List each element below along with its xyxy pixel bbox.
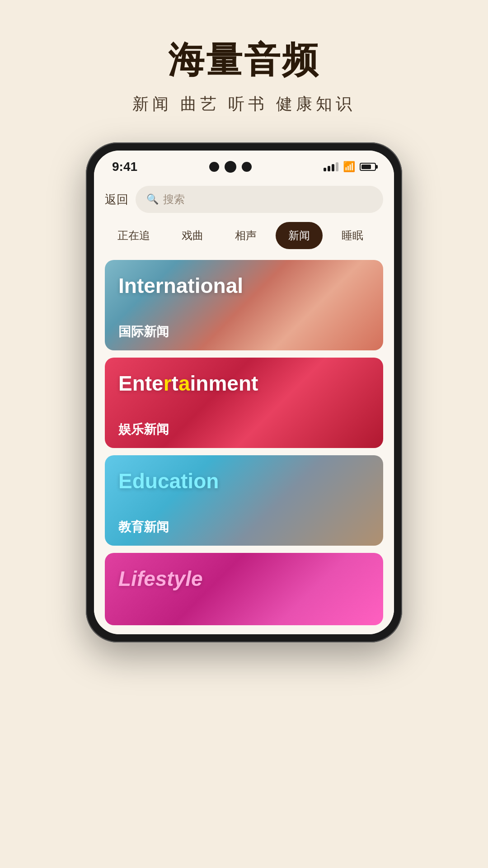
- phone-screen: 9:41 📶: [94, 151, 394, 634]
- wifi-icon: 📶: [343, 161, 355, 173]
- tab-sleep[interactable]: 睡眠: [329, 222, 376, 249]
- nav-bar: 返回 🔍 搜索: [105, 186, 383, 213]
- tab-following[interactable]: 正在追: [105, 222, 163, 249]
- category-tabs: 正在追 戏曲 相声 新闻 睡眠: [105, 222, 383, 249]
- signal-icon: [324, 162, 338, 171]
- camera-dot-center: [225, 161, 236, 173]
- status-notch: [209, 161, 252, 173]
- page-title: 海量音频: [132, 36, 356, 85]
- page-header: 海量音频 新闻 曲艺 听书 健康知识: [132, 36, 356, 115]
- battery-fill: [361, 165, 371, 169]
- card-entertainment-title-en: Entertainment: [118, 371, 258, 396]
- card-entertainment[interactable]: Entertainment 娱乐新闻: [105, 358, 383, 448]
- status-icons: 📶: [324, 161, 376, 173]
- phone-mockup: 9:41 📶: [86, 142, 402, 642]
- app-content: 返回 🔍 搜索 正在追 戏曲 相声 新闻 睡眠 International: [94, 179, 394, 634]
- tab-news[interactable]: 新闻: [276, 222, 323, 249]
- card-international-title-en: International: [118, 274, 243, 298]
- status-time: 9:41: [112, 160, 137, 174]
- card-education-title-cn: 教育新闻: [118, 519, 169, 536]
- category-cards: International 国际新闻 Entertainment 娱乐新闻 Ed…: [105, 260, 383, 634]
- tab-opera[interactable]: 戏曲: [169, 222, 216, 249]
- search-placeholder-text: 搜索: [163, 192, 185, 207]
- search-bar[interactable]: 🔍 搜索: [136, 186, 383, 213]
- card-entertainment-title-cn: 娱乐新闻: [118, 421, 169, 438]
- search-icon: 🔍: [146, 193, 159, 205]
- tab-crosstalk[interactable]: 相声: [222, 222, 269, 249]
- card-education-title-en: Education: [118, 469, 219, 493]
- camera-dot-right: [242, 162, 252, 172]
- card-education[interactable]: Education 教育新闻: [105, 455, 383, 546]
- status-bar: 9:41 📶: [94, 151, 394, 179]
- card-international[interactable]: International 国际新闻: [105, 260, 383, 350]
- card-international-title-cn: 国际新闻: [118, 323, 169, 340]
- battery-icon: [360, 163, 376, 171]
- camera-dot-left: [209, 162, 219, 172]
- back-button[interactable]: 返回: [105, 192, 128, 208]
- page-subtitle: 新闻 曲艺 听书 健康知识: [132, 93, 356, 115]
- card-lifestyle-title-en: Lifestyle: [118, 566, 203, 591]
- card-lifestyle[interactable]: Lifestyle: [105, 553, 383, 625]
